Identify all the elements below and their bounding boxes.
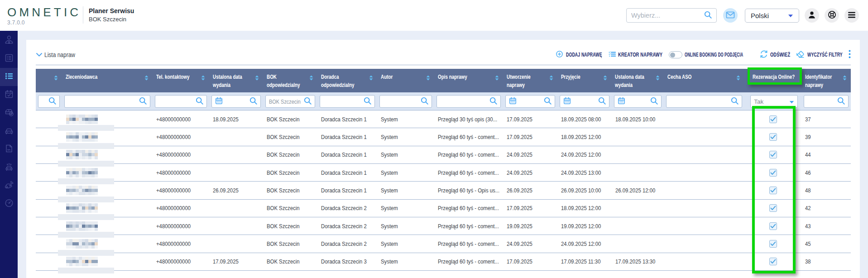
column-header-due_date_2[interactable]: Ustalona data wydania	[611, 69, 664, 92]
filter-input-bok[interactable]: BOK Szczecin	[265, 95, 315, 108]
column-header-bok[interactable]: BOK odpowiedzialny	[263, 69, 317, 92]
filter-input-due_date_2[interactable]	[614, 95, 662, 108]
sidebar-item-car[interactable]	[0, 122, 18, 140]
column-header-admission[interactable]: Przyjęcie	[557, 69, 612, 92]
sort-icon[interactable]	[309, 75, 313, 83]
sort-icon[interactable]	[255, 75, 259, 83]
sort-icon[interactable]	[736, 75, 740, 83]
sort-icon[interactable]	[656, 75, 660, 83]
table-row[interactable]: +48000000000BOK SzczecinDoradca Szczecin…	[36, 217, 851, 235]
repair-wizard-button[interactable]: KREATOR NAPRAWY	[609, 51, 662, 58]
calendar-icon[interactable]	[618, 97, 625, 106]
sidebar-item-calendar-check[interactable]	[0, 86, 18, 104]
global-search-input[interactable]	[631, 12, 704, 19]
user-profile-button[interactable]	[805, 8, 819, 23]
sidebar-item-client-person[interactable]	[0, 32, 18, 50]
filter-input-phone[interactable]	[155, 95, 207, 108]
sort-icon[interactable]	[426, 75, 430, 83]
online-booking-checkbox[interactable]	[769, 258, 777, 265]
app-version: 3.7.0.0	[7, 19, 81, 26]
filter-input-admission[interactable]	[560, 95, 609, 108]
messages-button[interactable]	[723, 8, 738, 23]
filter-input-aso[interactable]	[666, 95, 742, 108]
redacted-client-name	[66, 257, 98, 266]
column-header-created[interactable]: Utworzenie naprawy	[503, 69, 557, 92]
toolbar-more-button[interactable]	[849, 50, 851, 60]
online-booking-checkbox[interactable]	[769, 151, 777, 158]
help-button[interactable]	[825, 8, 839, 23]
sort-icon[interactable]	[369, 75, 373, 83]
sort-icon[interactable]	[201, 75, 205, 83]
filter-input-advisor[interactable]	[320, 95, 375, 108]
column-header-due_date_1[interactable]: Ustalona data wydania	[209, 69, 264, 92]
global-search[interactable]	[626, 8, 717, 23]
filter-input-due_date_1[interactable]	[211, 95, 261, 108]
sidebar-item-hand-wash[interactable]	[0, 177, 18, 195]
online-booking-checkbox[interactable]	[769, 115, 777, 123]
filter-input-description[interactable]	[436, 95, 501, 108]
sidebar-item-document-list[interactable]	[0, 50, 18, 68]
cell-due_date_1: 17.09.2025	[209, 253, 264, 270]
sidebar-item-gauge[interactable]	[0, 195, 18, 213]
online-booking-checkbox[interactable]	[769, 222, 777, 230]
calendar-icon[interactable]	[215, 97, 223, 106]
sort-icon[interactable]	[54, 75, 58, 83]
table-row[interactable]: +48000000000BOK SzczecinDoradca Szczecin…	[36, 128, 851, 146]
filter-select-online[interactable]: Tak	[750, 95, 798, 108]
column-label-due_date_1: Ustalona data wydania	[213, 73, 242, 89]
table-row[interactable]: +4800000000018.09.2025BOK SzczecinDoradc…	[36, 110, 851, 128]
column-header-description[interactable]: Opis naprawy	[434, 69, 503, 92]
sidebar-item-document-signature[interactable]	[0, 140, 18, 158]
sort-icon[interactable]	[843, 75, 847, 83]
online-booking-checkbox[interactable]	[769, 133, 777, 141]
cell-author: System	[377, 235, 434, 252]
online-booking-checkbox[interactable]	[769, 169, 777, 177]
cell-admission: 24.09.2025 12:00	[557, 146, 612, 163]
table-row[interactable]: +48000000000BOK SzczecinDoradca Szczecin…	[36, 235, 851, 253]
filter-input-created[interactable]	[505, 95, 555, 108]
table-row[interactable]: +48000000000BOK SzczecinDoradca Szczecin…	[36, 146, 851, 164]
sort-icon[interactable]	[495, 75, 499, 83]
sort-icon[interactable]	[144, 75, 149, 83]
column-header-expand[interactable]	[36, 69, 62, 92]
sort-icon[interactable]	[603, 75, 607, 83]
clear-filters-button[interactable]: WYCZYŚĆ FILTRY	[796, 50, 843, 59]
search-icon	[837, 97, 845, 106]
calendar-icon[interactable]	[563, 97, 571, 106]
sort-icon[interactable]	[549, 75, 553, 83]
column-header-client[interactable]: Zleceniodawca	[62, 69, 153, 92]
column-header-author[interactable]: Autor	[377, 69, 434, 92]
table-row[interactable]: +4800000000026.09.2025BOK SzczecinDoradc…	[36, 182, 851, 199]
online-booking-checkbox[interactable]	[769, 187, 777, 194]
help-buoy-icon	[827, 10, 837, 21]
cell-created: 19.09.2025	[503, 217, 557, 235]
table-row[interactable]: +48000000000BOK SzczecinDoradca Szczecin…	[36, 200, 851, 217]
column-header-phone[interactable]: Tel. kontaktowy	[153, 69, 209, 92]
cell-due_date_2	[612, 164, 664, 181]
column-header-id[interactable]: Identyfikator naprawy	[801, 69, 851, 92]
online-booking-checkbox[interactable]	[769, 240, 777, 248]
sidebar-item-repairs-list[interactable]	[0, 68, 18, 86]
section-collapse-toggle[interactable]: Lista napraw	[36, 51, 75, 59]
column-header-aso[interactable]: Cecha ASO	[664, 69, 744, 92]
calendar-icon[interactable]	[509, 97, 517, 106]
column-header-advisor[interactable]: Doradca odpowiedzialny	[317, 69, 377, 92]
language-select[interactable]: Polski	[745, 9, 799, 23]
sidebar-item-parts-check[interactable]	[0, 104, 18, 122]
cell-id: 45	[801, 235, 851, 252]
online-booking-toggle[interactable]	[669, 51, 682, 58]
sidebar-item-car-wash[interactable]	[0, 158, 18, 177]
filter-input-expand[interactable]	[38, 95, 60, 108]
cell-created: 24.09.2025	[503, 146, 557, 163]
table-row[interactable]: +48000000000BOK SzczecinDoradca Szczecin…	[36, 164, 851, 182]
main-menu-button[interactable]	[844, 8, 859, 23]
table-row[interactable]: +4800000000017.09.2025BOK SzczecinDoradc…	[36, 253, 851, 271]
add-repair-button[interactable]: DODAJ NAPRAWĘ	[556, 51, 602, 59]
filter-input-id[interactable]	[804, 95, 849, 108]
cell-advisor: Doradca Szczecin 1	[317, 164, 377, 181]
refresh-button[interactable]: ODŚWIEŻ	[760, 50, 790, 59]
filter-input-author[interactable]	[379, 95, 432, 108]
online-booking-checkbox[interactable]	[769, 204, 777, 212]
filter-input-client[interactable]	[64, 95, 150, 108]
calendar-check-icon	[4, 89, 14, 101]
